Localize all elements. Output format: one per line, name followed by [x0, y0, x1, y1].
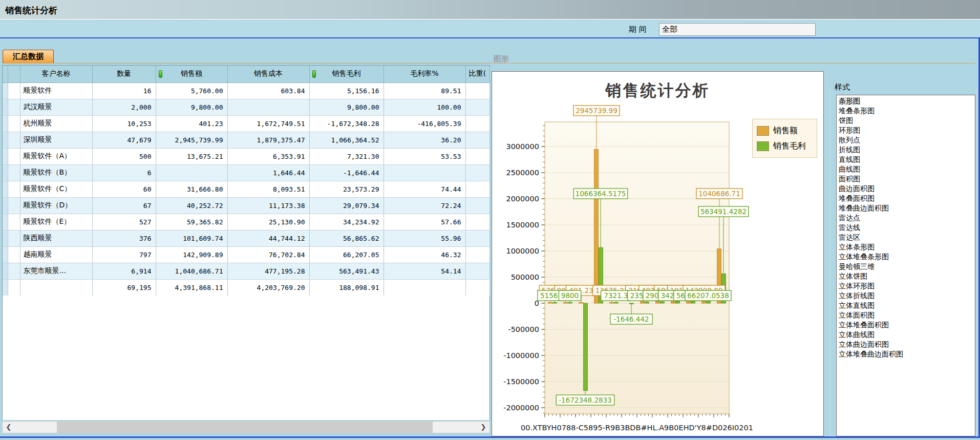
- value-cell[interactable]: [465, 230, 489, 246]
- value-cell[interactable]: [465, 148, 489, 164]
- style-option-15[interactable]: 立体条形图: [837, 242, 975, 252]
- row-selector-cell[interactable]: [8, 263, 20, 279]
- customer-name-cell[interactable]: 顺景软件（E）: [20, 214, 92, 230]
- value-cell[interactable]: 25,130.90: [227, 214, 309, 230]
- value-cell[interactable]: [384, 164, 465, 181]
- style-option-25[interactable]: 立体曲边面积图: [837, 340, 975, 349]
- value-cell[interactable]: 36.20: [384, 132, 465, 148]
- style-option-19[interactable]: 立体环形图: [837, 281, 975, 291]
- style-option-3[interactable]: 环形图: [837, 125, 975, 135]
- value-cell[interactable]: 69,195: [92, 279, 156, 296]
- customer-name-cell[interactable]: 深圳顺景: [20, 132, 92, 148]
- column-header-6[interactable]: 比重(: [465, 66, 489, 82]
- value-cell[interactable]: 67: [92, 197, 156, 214]
- style-option-21[interactable]: 立体直线图: [837, 301, 975, 310]
- value-cell[interactable]: [465, 181, 489, 197]
- value-cell[interactable]: 66,207.05: [309, 246, 384, 263]
- row-selector-cell[interactable]: [8, 246, 20, 263]
- value-cell[interactable]: [465, 197, 489, 214]
- style-option-20[interactable]: 立体折线图: [837, 291, 975, 301]
- value-cell[interactable]: 8,093.51: [227, 181, 309, 197]
- value-cell[interactable]: 2,000: [92, 99, 156, 115]
- style-option-5[interactable]: 折线图: [837, 145, 975, 155]
- value-cell[interactable]: 60: [92, 181, 156, 197]
- style-option-26[interactable]: 立体堆叠曲边面积图: [837, 349, 975, 359]
- value-cell[interactable]: 188,098.91: [309, 279, 384, 296]
- value-cell[interactable]: 53.53: [384, 148, 465, 164]
- customer-name-cell[interactable]: 顺景软件: [20, 82, 92, 99]
- value-cell[interactable]: 54.14: [384, 263, 465, 279]
- value-cell[interactable]: 76,702.84: [227, 246, 309, 263]
- value-cell[interactable]: 4,391,868.11: [156, 279, 227, 296]
- value-cell[interactable]: 46.32: [384, 246, 465, 263]
- value-cell[interactable]: 1,646.44: [227, 164, 309, 181]
- style-option-12[interactable]: 雷达点: [837, 213, 975, 223]
- value-cell[interactable]: -1,646.44: [309, 164, 384, 181]
- style-option-9[interactable]: 曲边面积图: [837, 184, 975, 194]
- column-header-5[interactable]: 毛利率%: [384, 66, 465, 82]
- value-cell[interactable]: 5,760.00: [156, 82, 227, 99]
- value-cell[interactable]: 4,203,769.20: [227, 279, 309, 296]
- value-cell[interactable]: 56,865.62: [309, 230, 384, 246]
- value-cell[interactable]: 59,365.82: [156, 214, 227, 230]
- value-cell[interactable]: 29,079.34: [309, 197, 384, 214]
- value-cell[interactable]: 6: [92, 164, 156, 181]
- style-option-13[interactable]: 雷达线: [837, 223, 975, 233]
- scroll-right-arrow-icon[interactable]: ❯: [477, 422, 489, 433]
- value-cell[interactable]: [465, 214, 489, 230]
- value-cell[interactable]: [227, 99, 309, 115]
- style-option-11[interactable]: 堆叠曲边面积图: [837, 203, 975, 213]
- style-option-18[interactable]: 立体饼图: [837, 271, 975, 281]
- value-cell[interactable]: [465, 132, 489, 148]
- row-selector-cell[interactable]: [8, 99, 20, 115]
- row-selector-cell[interactable]: [8, 181, 20, 197]
- row-selector-cell[interactable]: [8, 279, 20, 296]
- tab-summary-data[interactable]: 汇总数据: [3, 50, 54, 64]
- customer-name-cell[interactable]: 陕西顺景: [20, 230, 92, 246]
- value-cell[interactable]: 5,156.16: [309, 82, 384, 99]
- style-option-6[interactable]: 直线图: [837, 155, 975, 164]
- value-cell[interactable]: 101,609.74: [156, 230, 227, 246]
- value-cell[interactable]: 72.24: [384, 197, 465, 214]
- style-option-0[interactable]: 条形图: [837, 96, 975, 106]
- corner-cell[interactable]: [8, 66, 20, 82]
- value-cell[interactable]: [465, 164, 489, 181]
- value-cell[interactable]: 44,744.12: [227, 230, 309, 246]
- style-option-8[interactable]: 面积图: [837, 174, 975, 184]
- style-option-1[interactable]: 堆叠条形图: [837, 106, 975, 116]
- value-cell[interactable]: 16: [92, 82, 156, 99]
- value-cell[interactable]: [465, 246, 489, 263]
- customer-name-cell[interactable]: 顺景软件（A）: [20, 148, 92, 164]
- value-cell[interactable]: [465, 279, 489, 296]
- value-cell[interactable]: [465, 263, 489, 279]
- value-cell[interactable]: 55.96: [384, 230, 465, 246]
- column-header-1[interactable]: 数量: [92, 66, 156, 82]
- period-input[interactable]: [659, 23, 816, 36]
- style-option-14[interactable]: 雷达区: [837, 233, 975, 242]
- customer-name-cell[interactable]: 杭州顺景: [20, 115, 92, 132]
- value-cell[interactable]: 6,353.91: [227, 148, 309, 164]
- value-cell[interactable]: 477,195.28: [227, 263, 309, 279]
- scrollbar-thumb[interactable]: [57, 422, 433, 433]
- value-cell[interactable]: 13,675.21: [156, 148, 227, 164]
- value-cell[interactable]: 2,945,739.99: [156, 132, 227, 148]
- value-cell[interactable]: 23,573.29: [309, 181, 384, 197]
- customer-name-cell[interactable]: 顺景软件（C）: [20, 181, 92, 197]
- value-cell[interactable]: 7,321.30: [309, 148, 384, 164]
- row-selector-cell[interactable]: [8, 132, 20, 148]
- value-cell[interactable]: 1,672,749.51: [227, 115, 309, 132]
- style-option-17[interactable]: 曼哈顿三维: [837, 262, 975, 271]
- row-selector-cell[interactable]: [8, 164, 20, 181]
- value-cell[interactable]: 1,879,375.47: [227, 132, 309, 148]
- row-selector-cell[interactable]: [8, 82, 20, 99]
- value-cell[interactable]: [465, 99, 489, 115]
- value-cell[interactable]: 40,252.72: [156, 197, 227, 214]
- value-cell[interactable]: 10,253: [92, 115, 156, 132]
- value-cell[interactable]: 797: [92, 246, 156, 263]
- value-cell[interactable]: 31,666.80: [156, 181, 227, 197]
- value-cell[interactable]: 74.44: [384, 181, 465, 197]
- column-header-4[interactable]: 销售毛利: [309, 66, 384, 82]
- customer-name-cell[interactable]: 东莞市顺景...: [20, 263, 92, 279]
- value-cell[interactable]: 1,040,686.71: [156, 263, 227, 279]
- chart-style-listbox[interactable]: 条形图堆叠条形图饼图环形图散列点折线图直线图曲线图面积图曲边面积图堆叠面积图堆叠…: [836, 95, 975, 436]
